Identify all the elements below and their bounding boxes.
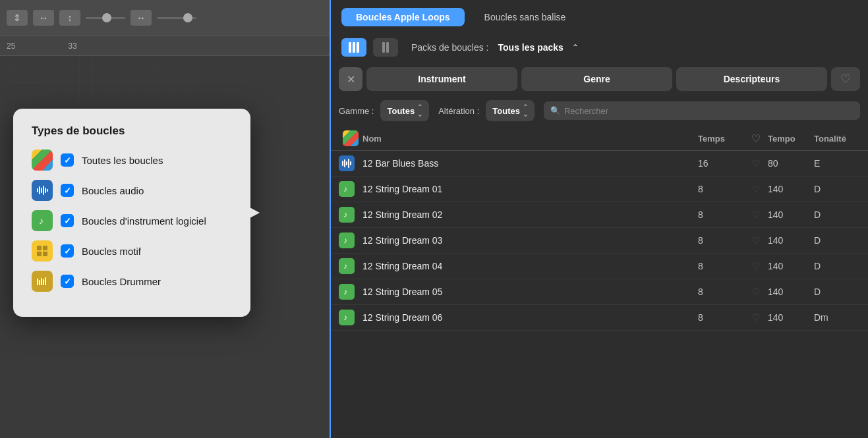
filter-row: ✕ Instrument Genre Descripteurs ♡ <box>331 63 868 95</box>
filter-instrument-btn[interactable]: Instrument <box>366 67 517 91</box>
table-row[interactable]: ♪ 12 String Dream 05 8 ♡ 140 D <box>331 279 868 305</box>
note-icon: ♪ <box>341 312 352 323</box>
gamme-select[interactable]: Toutes ⌃⌄ <box>380 100 429 121</box>
popup-item-motif[interactable]: Boucles motif <box>32 240 232 261</box>
svg-text:♪: ♪ <box>343 313 347 322</box>
row-heart[interactable]: ♡ <box>744 158 768 169</box>
row-tonality: Dm <box>814 312 860 323</box>
svg-text:♪: ♪ <box>343 261 347 271</box>
checkbox-drummer[interactable] <box>61 275 74 288</box>
table-row[interactable]: ♪ 12 String Dream 06 8 ♡ 140 Dm <box>331 305 868 331</box>
slider-track-1 <box>86 17 125 19</box>
row-tempo: 80 <box>768 158 814 169</box>
row-heart[interactable]: ♡ <box>744 184 768 194</box>
filter-genre-btn[interactable]: Genre <box>521 67 672 91</box>
checkbox-instrument[interactable] <box>61 214 74 227</box>
audio-waveform-icon <box>341 158 352 169</box>
resize-width-btn[interactable]: ↔ <box>33 10 54 26</box>
note-icon: ♪ <box>341 261 352 271</box>
row-tonality: D <box>814 235 860 246</box>
row-heart[interactable]: ♡ <box>744 235 768 246</box>
ruler-mark-1: 25 <box>7 41 15 51</box>
label-audio: Boucles audio <box>82 185 144 196</box>
search-field[interactable]: 🔍 Rechercher <box>544 101 860 120</box>
svg-rect-4 <box>43 186 44 195</box>
packs-label: Packs de boucles : <box>411 42 489 53</box>
row-heart[interactable]: ♡ <box>744 209 768 220</box>
search-placeholder: Rechercher <box>564 106 608 116</box>
drummer-svg <box>36 275 48 287</box>
table-row[interactable]: ♪ 12 String Dream 04 8 ♡ 140 D <box>331 254 868 279</box>
th-temps: Temps <box>698 134 744 144</box>
label-all: Toutes les boucles <box>82 155 163 166</box>
expand-btn[interactable]: ↕ <box>59 10 80 26</box>
popup-title: Types de boucles <box>32 124 232 138</box>
arrows-btn[interactable]: ↔ <box>130 10 152 26</box>
gamme-value: Toutes <box>387 106 415 116</box>
svg-rect-18 <box>344 159 345 167</box>
packs-chevron-icon: ⌃ <box>572 43 579 52</box>
table-row[interactable]: ♪ 12 String Dream 01 8 ♡ 140 D <box>331 177 868 202</box>
th-type-icon <box>339 130 362 146</box>
row-tonality: D <box>814 184 860 194</box>
row-tempo: 140 <box>768 287 814 297</box>
popup-item-all[interactable]: Toutes les boucles <box>32 150 232 171</box>
svg-text:♪: ♪ <box>343 236 347 245</box>
row-heart[interactable]: ♡ <box>744 261 768 271</box>
tracks-area: Types de boucles Toutes les boucles <box>0 56 330 438</box>
svg-rect-12 <box>37 279 38 285</box>
view-list-btn[interactable] <box>373 38 398 57</box>
row-icon-audio <box>339 155 355 171</box>
alteration-chevron-icon: ⌃⌄ <box>523 103 528 118</box>
waveform-svg <box>36 184 48 196</box>
row-heart[interactable]: ♡ <box>744 287 768 297</box>
motif-loops-icon <box>32 240 53 261</box>
popup-item-instrument[interactable]: ♪ Boucles d'instrument logiciel <box>32 210 232 231</box>
checkbox-motif[interactable] <box>61 244 74 258</box>
table-header: Nom Temps ♡ Tempo Tonalité <box>331 126 868 151</box>
row-beats: 8 <box>698 261 744 271</box>
view-line-5 <box>386 42 389 53</box>
popup-item-audio[interactable]: Boucles audio <box>32 180 232 201</box>
svg-rect-10 <box>37 252 42 256</box>
svg-rect-5 <box>45 188 46 193</box>
row-tonality: E <box>814 158 860 169</box>
packs-value: Tous les packs <box>498 42 564 53</box>
tabs-row: Boucles Apple Loops Boucles sans balise <box>331 0 868 34</box>
row-tempo: 140 <box>768 261 814 271</box>
svg-rect-6 <box>47 189 48 192</box>
resize-height-btn[interactable]: ⇕ <box>7 10 28 26</box>
slider-2[interactable] <box>157 17 196 19</box>
favorites-btn[interactable]: ♡ <box>831 67 860 91</box>
checkbox-audio[interactable] <box>61 184 74 197</box>
row-beats: 16 <box>698 158 744 169</box>
svg-rect-21 <box>350 161 351 165</box>
row-icon-instrument: ♪ <box>339 258 355 274</box>
popup-item-drummer[interactable]: Boucles Drummer <box>32 271 232 292</box>
row-name: 12 String Dream 05 <box>362 287 698 297</box>
row-name: 12 Bar Blues Bass <box>362 158 698 169</box>
right-panel: Boucles Apple Loops Boucles sans balise … <box>330 0 868 438</box>
all-types-header-icon[interactable] <box>343 130 359 146</box>
svg-rect-9 <box>43 246 47 250</box>
view-grid-btn[interactable] <box>341 38 366 57</box>
checkbox-all[interactable] <box>61 153 74 167</box>
svg-rect-2 <box>39 186 40 194</box>
svg-text:♪: ♪ <box>39 215 43 226</box>
view-line-3 <box>357 42 359 53</box>
table-row[interactable]: 12 Bar Blues Bass 16 ♡ 80 E <box>331 151 868 177</box>
table-row[interactable]: ♪ 12 String Dream 02 8 ♡ 140 D <box>331 202 868 228</box>
svg-rect-3 <box>41 188 42 193</box>
loop-types-popup: Types de boucles Toutes les boucles <box>13 109 250 317</box>
audio-loops-icon <box>32 180 53 201</box>
alteration-value: Toutes <box>492 106 520 116</box>
alteration-select[interactable]: Toutes ⌃⌄ <box>486 100 535 121</box>
table-row[interactable]: ♪ 12 String Dream 03 8 ♡ 140 D <box>331 228 868 254</box>
row-heart[interactable]: ♡ <box>744 312 768 323</box>
svg-rect-14 <box>41 278 42 285</box>
filter-clear-btn[interactable]: ✕ <box>339 67 362 91</box>
tab-sans-balise[interactable]: Boucles sans balise <box>470 8 581 26</box>
filter-descripteurs-btn[interactable]: Descripteurs <box>676 67 827 91</box>
tab-apple-loops[interactable]: Boucles Apple Loops <box>341 8 465 26</box>
slider-1[interactable] <box>86 17 125 19</box>
